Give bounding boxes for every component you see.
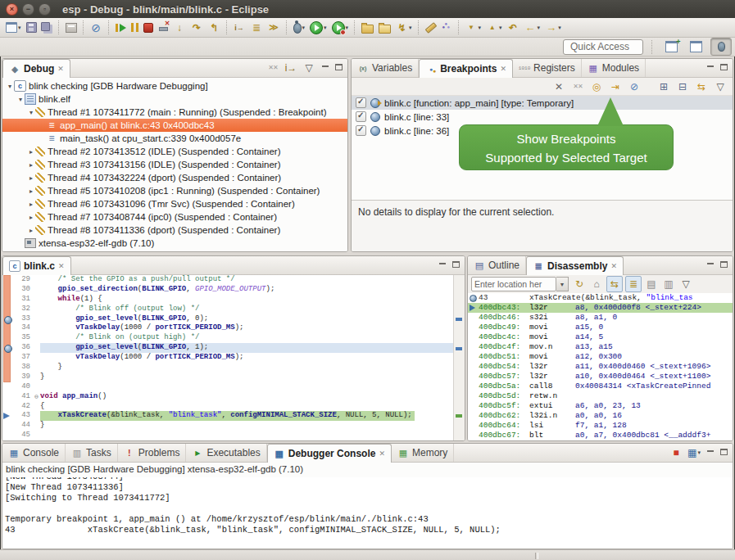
fold-marker-icon[interactable] bbox=[33, 343, 40, 353]
disassembly-row[interactable]: 400dbc64:lsif7, a1, 128 bbox=[468, 421, 733, 431]
maximize-view-button[interactable] bbox=[719, 62, 729, 74]
maximize-view-button[interactable] bbox=[333, 62, 344, 74]
tab-tasks[interactable]: Tasks bbox=[66, 444, 118, 462]
tab-registers[interactable]: Registers bbox=[513, 59, 582, 77]
line-number[interactable]: 39 bbox=[12, 373, 33, 382]
debug-tree-item[interactable]: main_task() at cpu_start.c:339 0x400d057… bbox=[2, 132, 347, 145]
terminate-console-button[interactable]: ■ bbox=[669, 445, 683, 460]
editor-annotation-column[interactable] bbox=[2, 363, 12, 373]
display-selected-console-dropdown-icon[interactable]: ▾ bbox=[697, 449, 701, 456]
launch-target-dropdown-icon[interactable]: ▾ bbox=[409, 25, 412, 31]
editor-annotation-column[interactable] bbox=[2, 295, 12, 305]
editor-annotation-column[interactable] bbox=[2, 421, 12, 431]
new-button[interactable]: ▾ bbox=[3, 19, 24, 37]
remove-all-breakpoints-button[interactable]: ✕✕ bbox=[570, 79, 585, 94]
tab-outline[interactable]: Outline bbox=[468, 256, 526, 274]
debug-perspective-button[interactable] bbox=[710, 38, 732, 56]
view-menu-button[interactable]: ▽ bbox=[302, 61, 316, 75]
tab-console[interactable]: Console bbox=[2, 444, 66, 462]
minimize-view-button[interactable] bbox=[705, 62, 715, 74]
line-number[interactable]: 35 bbox=[12, 333, 33, 343]
disassembly-row[interactable]: 400dbc5f:extuia6, a0, 23, 13 bbox=[468, 401, 733, 411]
code-editor[interactable]: 29 /* Set the GPIO as a push/pull output… bbox=[2, 275, 454, 440]
trace-control-button[interactable] bbox=[265, 19, 283, 37]
view-menu-button[interactable]: ▽ bbox=[713, 79, 728, 94]
editor-annotation-column[interactable] bbox=[2, 431, 12, 440]
suspend-button[interactable] bbox=[129, 19, 141, 37]
fold-marker-icon[interactable] bbox=[33, 402, 40, 412]
open-element-button[interactable] bbox=[63, 19, 79, 37]
fold-marker-icon[interactable] bbox=[33, 382, 40, 392]
editor-annotation-column[interactable] bbox=[2, 305, 12, 314]
line-number[interactable]: 38 bbox=[12, 363, 33, 373]
line-number[interactable]: 32 bbox=[12, 305, 33, 314]
line-number[interactable]: 42 bbox=[12, 402, 33, 412]
fold-marker-icon[interactable] bbox=[33, 421, 40, 431]
console-output[interactable]: [New Thread 1073408744][New Thread 10734… bbox=[2, 477, 733, 549]
maximize-view-button[interactable] bbox=[451, 260, 461, 271]
step-over-button[interactable] bbox=[188, 19, 206, 37]
breakpoint-checkbox[interactable] bbox=[356, 111, 366, 122]
maximize-view-button[interactable] bbox=[719, 447, 729, 458]
fold-marker-icon[interactable] bbox=[33, 333, 40, 343]
fold-marker-icon[interactable] bbox=[33, 285, 40, 295]
collapse-all-button[interactable]: ⊟ bbox=[675, 79, 690, 94]
breakpoint-item[interactable]: blink.c [function: app_main] [type: Temp… bbox=[352, 96, 733, 110]
debug-dropdown-icon[interactable]: ▾ bbox=[302, 25, 306, 31]
line-number[interactable]: 40 bbox=[12, 382, 33, 392]
save-button[interactable] bbox=[24, 19, 39, 37]
tab-debugger-console[interactable]: Debugger Console✕ bbox=[267, 444, 392, 463]
disassembly-row[interactable]: 400dbc46:s32ia8, a1, 0 bbox=[468, 313, 733, 323]
forward-dropdown-icon[interactable]: ▾ bbox=[558, 25, 561, 31]
pin-view-button[interactable]: ▥ bbox=[661, 277, 676, 291]
refresh-view-button[interactable]: ↻ bbox=[572, 277, 587, 291]
close-tab-icon[interactable]: ✕ bbox=[57, 65, 64, 73]
editor-annotation-column[interactable] bbox=[2, 382, 12, 392]
tree-expander-icon[interactable]: ▾ bbox=[27, 109, 35, 116]
step-return-button[interactable] bbox=[206, 19, 223, 37]
debug-tree-item[interactable]: ▾blink checking [GDB Hardware Debugging] bbox=[2, 79, 347, 93]
overview-breakpoint-marker[interactable] bbox=[456, 347, 462, 350]
debug-button[interactable]: ▾ bbox=[291, 19, 308, 37]
link-with-debug-view-button[interactable]: ⇆ bbox=[694, 79, 709, 94]
editor-annotation-column[interactable] bbox=[2, 323, 12, 333]
skip-all-breakpoints-button[interactable]: ⊘ bbox=[627, 79, 642, 94]
fold-marker-icon[interactable] bbox=[33, 353, 40, 363]
profile-button[interactable] bbox=[439, 19, 455, 37]
back-dropdown-icon[interactable]: ▾ bbox=[538, 25, 541, 31]
editor-line[interactable]: 38 } bbox=[2, 363, 454, 373]
editor-line[interactable]: 45 bbox=[2, 431, 454, 440]
fold-marker-icon[interactable] bbox=[33, 305, 40, 314]
expand-all-button[interactable]: ⊞ bbox=[656, 79, 671, 94]
tab-problems[interactable]: Problems bbox=[118, 444, 187, 462]
editor-line[interactable]: 32 /* Blink off (output low) */ bbox=[2, 305, 454, 314]
overview-ruler[interactable] bbox=[453, 275, 465, 440]
editor-line[interactable]: 41⊖void app_main() bbox=[2, 392, 454, 402]
editor-line[interactable]: 30 gpio_set_direction(BLINK_GPIO, GPIO_M… bbox=[2, 285, 454, 295]
link-with-active-debug-context-button[interactable]: ⇆ bbox=[606, 276, 623, 292]
location-dropdown-icon[interactable]: ▼ bbox=[556, 277, 569, 291]
editor-annotation-column[interactable] bbox=[2, 285, 12, 295]
previous-annotation-button[interactable]: ▾ bbox=[483, 19, 505, 37]
debug-tree-item[interactable]: xtensa-esp32-elf-gdb (7.10) bbox=[2, 237, 347, 250]
line-number[interactable]: 43 bbox=[12, 411, 33, 421]
fold-marker-icon[interactable] bbox=[33, 314, 40, 324]
tab-memory[interactable]: Memory bbox=[392, 444, 454, 462]
external-tools-dropdown-icon[interactable]: ▾ bbox=[346, 25, 349, 31]
annotate-button[interactable] bbox=[423, 19, 439, 37]
fold-marker-icon[interactable] bbox=[33, 363, 40, 373]
fold-marker-icon[interactable] bbox=[33, 411, 40, 421]
editor-line[interactable]: 31 while(1) { bbox=[2, 295, 454, 305]
line-number[interactable]: 36 bbox=[12, 343, 33, 353]
show-source-button[interactable]: ≣ bbox=[625, 276, 642, 292]
fold-marker-icon[interactable] bbox=[33, 295, 40, 305]
tab-variables[interactable]: Variables bbox=[352, 59, 419, 77]
overview-current-line-marker[interactable] bbox=[456, 414, 462, 418]
open-perspective-button[interactable] bbox=[661, 38, 681, 55]
display-selected-console-button[interactable]: ▦▾ bbox=[687, 445, 701, 460]
cpp-perspective-button[interactable] bbox=[686, 38, 706, 55]
tree-expander-icon[interactable]: ▸ bbox=[27, 201, 35, 208]
disassembly-listing[interactable]: 43xTaskCreate(&blink_task, "blink_tas400… bbox=[468, 293, 733, 440]
editor-line[interactable]: 29 /* Set the GPIO as a push/pull output… bbox=[2, 275, 454, 285]
disconnect-button[interactable] bbox=[156, 19, 171, 37]
